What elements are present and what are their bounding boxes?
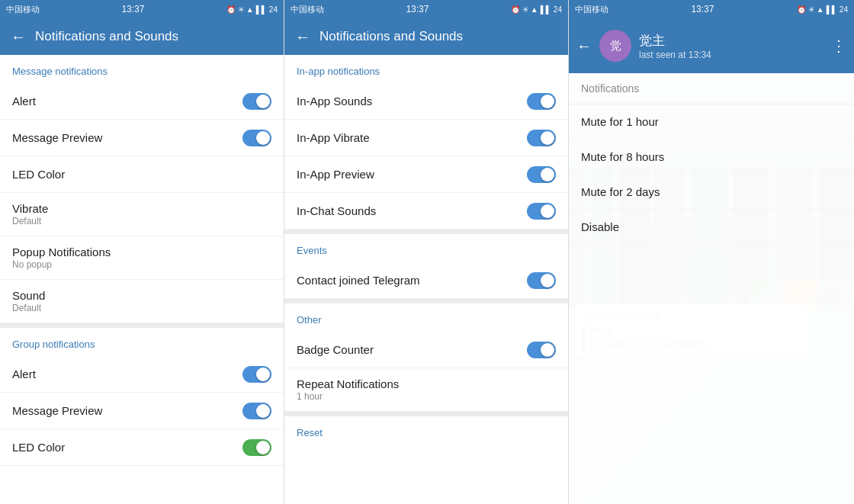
bluetooth-icon-3: ✳ [808,5,814,14]
back-button-1[interactable]: ← [11,28,26,46]
notifications-label: Notifications [569,73,854,104]
status-icons-3: ⏰ ✳ ▲ ▌▌ 24 [797,5,848,14]
message-preview-toggle[interactable] [242,130,271,146]
list-item[interactable]: Vibrate Default [0,193,284,236]
row-sublabel: Default [12,303,45,313]
group-msg-preview-toggle[interactable] [242,403,271,419]
time-3: 13:37 [691,4,714,14]
contact-info: 觉主 last seen at 13:34 [639,32,824,60]
disable-option[interactable]: Disable [569,210,854,245]
signal-icon-2: ▌▌ [541,5,551,14]
row-label: Message Preview [12,131,102,144]
list-item: In-App Preview [284,156,568,193]
events-header: Events [284,234,568,262]
carrier-1: 中国移动 [6,4,40,15]
wifi-icon-3: ▲ [817,5,824,14]
msg-notif-header: Message notifications [0,55,284,83]
battery-2: 24 [554,5,562,14]
row-label: Contact joined Telegram [297,274,419,287]
mute-2days-option[interactable]: Mute for 2 days [569,175,854,210]
group-alert-toggle[interactable] [242,366,271,383]
row-sublabel: 1 hour [297,391,399,402]
list-item[interactable]: Popup Notifications No popup [0,236,284,280]
battery-1: 24 [269,5,278,14]
list-item[interactable]: Sound Default [0,280,284,323]
panel2-content: In-app notifications In-App Sounds In-Ap… [284,55,568,504]
list-item[interactable]: Repeat Notifications 1 hour [284,368,568,412]
mute-1hour-option[interactable]: Mute for 1 hour [569,104,854,140]
row-label: Message Preview [12,404,102,417]
top-bar-1: ← Notifications and Sounds [0,18,284,55]
row-label: Repeat Notifications [297,377,399,390]
row-sublabel: No popup [12,259,111,270]
signal-icon: ▌▌ [256,5,267,14]
chat-area: 13:27 ✓✓ Sspai.com/31240 Sspai 也可在微信消息列表… [569,73,854,504]
list-item: Contact joined Telegram [284,262,568,299]
status-bar-3: 中国移动 13:37 ⏰ ✳ ▲ ▌▌ 24 [569,0,854,18]
back-button-3[interactable]: ← [576,37,592,55]
badge-counter-toggle[interactable] [527,342,556,358]
list-item[interactable]: LED Color [0,156,284,193]
carrier-2: 中国移动 [291,4,324,15]
screen-title-2: Notifications and Sounds [319,29,557,44]
row-label: In-App Preview [297,168,374,181]
contact-name: 觉主 [639,32,824,50]
avatar: 觉 [599,30,631,62]
row-label: In-App Vibrate [297,131,370,144]
panel-3: 中国移动 13:37 ⏰ ✳ ▲ ▌▌ 24 ← 觉 觉主 last seen … [569,0,854,504]
alarm-icon: ⏰ [226,5,236,14]
group-notif-header: Group notifications [0,328,284,356]
row-label: Badge Counter [297,343,374,356]
list-item: Message Preview [0,393,284,429]
panel-1: 中国移动 13:37 ⏰ ✳ ▲ ▌▌ 24 ← Notifications a… [0,0,284,504]
row-label: Vibrate [12,202,48,215]
contact-status: last seen at 13:34 [639,50,824,60]
contact-topbar: ← 觉 觉主 last seen at 13:34 ⋮ [569,18,854,73]
row-label: LED Color [12,441,65,454]
top-bar-2: ← Notifications and Sounds [284,18,568,55]
panel-2: 中国移动 13:37 ⏰ ✳ ▲ ▌▌ 24 ← Notifications a… [284,0,569,504]
row-label: Sound [12,289,45,302]
inapp-preview-toggle[interactable] [527,166,556,183]
more-options-icon[interactable]: ⋮ [831,37,846,55]
inapp-sounds-toggle[interactable] [527,93,556,110]
row-sublabel: Default [12,216,48,226]
status-icons-2: ⏰ ✳ ▲ ▌▌ 24 [511,5,562,14]
group-led-toggle[interactable] [242,439,271,456]
list-item: Alert [0,356,284,393]
mute-8hours-option[interactable]: Mute for 8 hours [569,140,854,175]
alert-toggle[interactable] [242,93,271,110]
contact-joined-toggle[interactable] [527,272,556,289]
inapp-vibrate-toggle[interactable] [527,130,556,146]
bluetooth-icon-2: ✳ [522,5,528,14]
panel1-content: Message notifications Alert Message Prev… [0,55,284,504]
list-item: In-App Sounds [284,83,568,120]
battery-3: 24 [840,5,848,14]
row-label: In-App Sounds [297,95,372,108]
back-button-2[interactable]: ← [295,28,310,46]
list-item: Badge Counter [284,332,568,368]
signal-icon-3: ▌▌ [827,5,837,14]
inchat-sounds-toggle[interactable] [527,203,556,220]
time-2: 13:37 [406,4,429,14]
alarm-icon-2: ⏰ [511,5,520,14]
time-1: 13:37 [121,4,144,14]
row-label: LED Color [12,168,65,181]
row-label: Alert [12,368,36,380]
row-label: Alert [12,95,36,108]
screen-title-1: Notifications and Sounds [35,29,273,44]
other-header: Other [284,303,568,332]
list-item: In-App Vibrate [284,120,568,156]
list-item: Alert [0,83,284,120]
list-item: Message Preview [0,120,284,156]
wifi-icon-2: ▲ [531,5,538,14]
list-item: LED Color [0,429,284,466]
reset-header[interactable]: Reset [284,416,568,445]
bluetooth-icon: ✳ [238,5,244,14]
status-bar-2: 中国移动 13:37 ⏰ ✳ ▲ ▌▌ 24 [284,0,568,18]
row-label: In-Chat Sounds [297,204,376,217]
alarm-icon-3: ⏰ [797,5,806,14]
inapp-notif-header: In-app notifications [284,55,568,83]
status-icons-1: ⏰ ✳ ▲ ▌▌ 24 [226,5,278,14]
wifi-icon: ▲ [246,5,254,14]
